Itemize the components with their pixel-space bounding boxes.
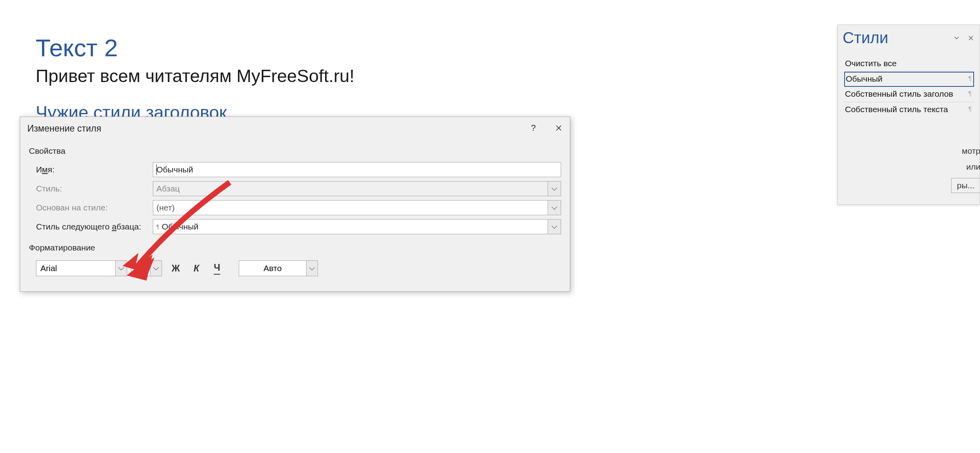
font-family-combo[interactable]: Arial [36,260,127,276]
styles-list: Очистить все Обычный ¶ Собственный стиль… [844,56,974,117]
styles-pane: Стили Очистить все Обычный ¶ Собственный… [837,25,980,205]
chevron-down-icon[interactable] [548,200,561,215]
name-input[interactable]: Обычный [153,162,561,177]
pane-options-icon[interactable] [952,33,961,43]
style-item-label: Очистить все [845,59,896,68]
dialog-title: Изменение стиля [27,123,101,134]
doc-heading: Текст 2 [36,34,354,62]
pane-preview-fragment: мотр [962,146,980,156]
font-color-value: Авто [264,264,282,273]
style-type-label: Стиль: [36,184,153,193]
style-item-label: Собственный стиль текста [845,105,948,114]
pane-close-icon[interactable] [966,33,976,43]
paragraph-mark-icon: ¶ [968,75,972,82]
underline-button[interactable]: Ч [210,260,224,276]
based-on-value: (нет) [156,203,175,212]
modify-style-dialog: Изменение стиля ? Свойства Имя: Обычный … [20,117,570,292]
style-item-custom-text[interactable]: Собственный стиль текста ¶ [844,102,974,117]
font-family-value: Arial [40,264,57,273]
dialog-close-button[interactable] [552,121,566,135]
pane-linked-fragment: или [966,162,980,172]
properties-section-label: Свойства [29,146,561,156]
next-style-combo[interactable]: ¶Обычный [153,219,561,234]
next-style-label: Стиль следующего абзаца: [36,222,153,231]
chevron-down-icon[interactable] [548,181,561,196]
chevron-down-icon[interactable] [306,260,318,276]
font-size-value: 18 [135,264,145,273]
italic-button[interactable]: К [190,260,203,276]
based-on-combo[interactable]: (нет) [153,200,561,215]
style-item-custom-heading[interactable]: Собственный стиль заголов ¶ [844,87,974,102]
font-size-combo[interactable]: 18 [131,260,162,276]
styles-pane-title: Стили [843,29,947,47]
chevron-down-icon[interactable] [150,260,162,276]
style-item-label: Обычный [846,74,883,84]
pane-params-button[interactable]: ры... [951,178,980,193]
formatting-section-label: Форматирование [29,243,561,252]
style-type-combo[interactable]: Абзац [153,181,561,196]
style-item-label: Собственный стиль заголов [845,89,953,99]
doc-paragraph: Привет всем читателям MyFreeSoft.ru! [36,66,354,86]
paragraph-mark-icon: ¶ [968,106,972,113]
chevron-down-icon[interactable] [548,219,561,234]
close-icon [556,125,562,131]
paragraph-mark-icon: ¶ [156,224,160,230]
style-item-clear-all[interactable]: Очистить все [844,56,974,72]
bold-button[interactable]: Ж [169,260,183,276]
font-color-combo[interactable]: Авто [239,260,318,276]
dialog-help-button[interactable]: ? [526,121,540,135]
name-label: Имя: [36,165,153,174]
based-on-label: Основан на стиле: [36,203,153,212]
style-item-normal[interactable]: Обычный ¶ [844,72,974,87]
chevron-down-icon[interactable] [115,260,127,276]
next-style-value: Обычный [162,222,199,231]
name-input-value: Обычный [156,165,193,174]
paragraph-mark-icon: ¶ [968,90,972,97]
style-type-value: Абзац [156,184,180,193]
